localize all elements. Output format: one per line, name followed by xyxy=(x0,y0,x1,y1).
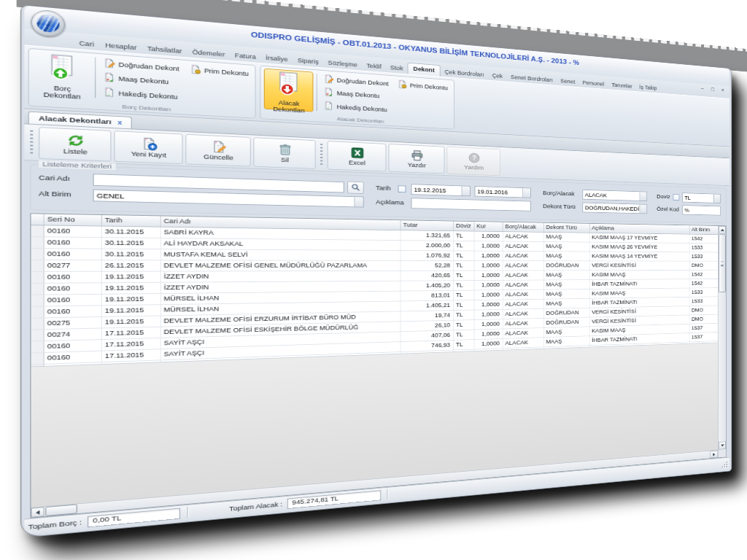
cell: 1,0000 xyxy=(475,261,503,271)
cell: ALACAK xyxy=(503,280,544,289)
resize-grip[interactable] xyxy=(721,460,727,467)
close-button[interactable]: × xyxy=(719,87,727,93)
document-up-arrow-icon xyxy=(47,54,77,85)
column-header-d-viz[interactable]: Döviz xyxy=(454,222,475,231)
ribbon-tab-stok[interactable]: Stok xyxy=(386,61,408,74)
cell: 19.11.2015 xyxy=(102,316,161,327)
cell: DMO xyxy=(690,314,719,324)
toplam-borc-label: Toplam Borç : xyxy=(28,518,82,531)
dekont-turu-label: Dekont Türü xyxy=(543,203,576,210)
row-selector-marker xyxy=(31,237,44,248)
ribbon-button-prim-dekontu[interactable]: Prim Dekontu xyxy=(186,63,252,81)
ribbon-tab-tan-mlar[interactable]: Tanımlar xyxy=(608,79,635,91)
ribbon-tab-i-takip[interactable]: İş Takip xyxy=(635,82,660,93)
dropdown-arrow-icon xyxy=(640,204,647,213)
tab-close-icon[interactable]: x xyxy=(117,119,122,126)
ribbon-tab-sipari-[interactable]: Sipariş xyxy=(293,54,323,68)
borc-alacak-select[interactable]: ALACAK xyxy=(582,190,647,201)
excel-icon xyxy=(350,146,365,159)
vertical-scrollbar-thumb[interactable] xyxy=(719,234,726,292)
ribbon-tab-dekont[interactable]: Dekont xyxy=(408,63,441,77)
cell: 19.11.2015 xyxy=(102,283,161,294)
cell: 420,65 xyxy=(401,271,454,281)
date-from-picker[interactable]: 19.12.2015 xyxy=(411,184,470,196)
ribbon-button-prim-dekontu[interactable]: Prim Dekontu xyxy=(395,78,451,95)
scroll-right-button[interactable] xyxy=(710,451,718,459)
cell: 1,0000 xyxy=(475,232,503,241)
cell: KASIM MAAŞ xyxy=(590,288,690,298)
cell: 1533 xyxy=(690,288,719,297)
doviz-checkbox[interactable] xyxy=(673,194,680,201)
column-header-tutar[interactable]: Tutar xyxy=(401,220,454,230)
date-to-picker[interactable]: 19.01.2016 xyxy=(475,186,531,198)
maximize-button[interactable]: □ xyxy=(709,86,716,93)
dropdown-arrow-icon xyxy=(640,192,647,201)
toolbar-button-listele[interactable]: Listele xyxy=(39,127,111,161)
cell: 00277 xyxy=(44,260,102,271)
cell: 17.11.2015 xyxy=(102,327,161,339)
toolbar-button-yeni-kay-t[interactable]: Yeni Kayıt xyxy=(114,131,182,164)
toolbar-drag-handle[interactable] xyxy=(30,130,33,155)
aciklama-label: Açıklama xyxy=(376,199,404,206)
cell: KASIM MAAŞ 14 YEVMİYE xyxy=(590,252,690,260)
ribbon-tab--ek[interactable]: Çek xyxy=(488,69,507,81)
window-controls: – □ × xyxy=(699,85,727,93)
borc-alacak-label: Borç/Alacak xyxy=(543,190,575,197)
cell: ALACAK xyxy=(503,319,544,329)
search-button[interactable] xyxy=(347,182,364,194)
cell: ALACAK xyxy=(503,232,544,241)
column-header-a-klama[interactable]: Açıklama xyxy=(590,224,690,234)
vertical-scrollbar[interactable] xyxy=(718,226,726,450)
column-header-seri-no[interactable]: Seri No xyxy=(44,214,102,226)
ribbon-tab-cari[interactable]: Cari xyxy=(74,36,100,50)
column-header-tarih[interactable]: Tarih xyxy=(102,215,161,227)
refresh-icon xyxy=(66,133,84,147)
status-divider xyxy=(387,489,388,499)
ribbon-tab-teklif[interactable]: Teklif xyxy=(362,60,386,72)
cell: KASIM MAAŞ 26 YEVMİYE xyxy=(590,243,690,252)
aciklama-input[interactable] xyxy=(411,198,530,211)
cell: 1,0000 xyxy=(475,251,503,260)
cell: TL xyxy=(454,310,475,319)
doc-plain-icon xyxy=(324,101,335,112)
toolbar-separator xyxy=(320,144,322,166)
ribbon-tab-fatura[interactable]: Fatura xyxy=(230,49,260,63)
toolbar-button-sil[interactable]: Sil xyxy=(253,137,315,169)
ribbon-tab-senet[interactable]: Senet xyxy=(557,75,579,87)
group-separator xyxy=(317,74,317,111)
cell: 1.076,92 xyxy=(401,251,454,260)
cell: 00160 xyxy=(44,249,102,260)
toolbar-button-g-ncelle[interactable]: Güncelle xyxy=(185,133,251,166)
ribbon-tab-personel[interactable]: Personel xyxy=(578,77,608,89)
cell: 00160 xyxy=(44,351,102,364)
ozel-kod-input[interactable] xyxy=(682,205,721,215)
scroll-up-button[interactable] xyxy=(719,226,726,234)
cell: TL xyxy=(454,300,475,310)
borc-dekontlari-big-button[interactable]: BorçDekontları xyxy=(33,51,91,98)
cell: KASIM MAAŞ 17 YEVMİYE xyxy=(590,233,690,243)
vertical-scrollbar-track[interactable] xyxy=(719,292,726,442)
cell: 00160 xyxy=(44,306,102,317)
column-header-row-marker[interactable] xyxy=(31,214,44,225)
dekont-turu-select[interactable]: DOĞRUDAN,HAKEDİ xyxy=(582,203,647,214)
tarih-checkbox[interactable] xyxy=(398,185,406,192)
cell: 1542 xyxy=(690,235,719,244)
column-header-alt-birim[interactable]: Alt Birim xyxy=(690,225,719,234)
toolbar-button-yazd-r[interactable]: Yazdır xyxy=(388,144,444,174)
column-header-bor-alacak[interactable]: Borç/Alacak xyxy=(503,222,544,232)
cell: ALACAK xyxy=(503,252,544,261)
cell: MAAŞ xyxy=(544,336,590,346)
scroll-left-button[interactable] xyxy=(31,507,44,517)
ribbon-tab-i-rsaliye[interactable]: İrsaliye xyxy=(260,51,293,65)
cell: 1533 xyxy=(690,244,719,252)
cell: İHBAR TAZMİNATI xyxy=(590,279,690,289)
cell: MAAŞ xyxy=(544,252,590,260)
column-header-kur[interactable]: Kur xyxy=(475,222,503,231)
minimize-button[interactable]: – xyxy=(699,85,706,92)
cell: 00160 xyxy=(44,237,102,248)
column-header-dekont-t-r-[interactable]: Dekont Türü xyxy=(544,223,590,233)
dropdown-arrow-icon xyxy=(713,194,720,203)
alacak-dekontlari-big-button[interactable]: AlacakDekontları xyxy=(264,69,314,112)
doviz-select[interactable]: TL xyxy=(682,192,721,203)
toolbar-button-excel[interactable]: Excel xyxy=(328,141,387,171)
